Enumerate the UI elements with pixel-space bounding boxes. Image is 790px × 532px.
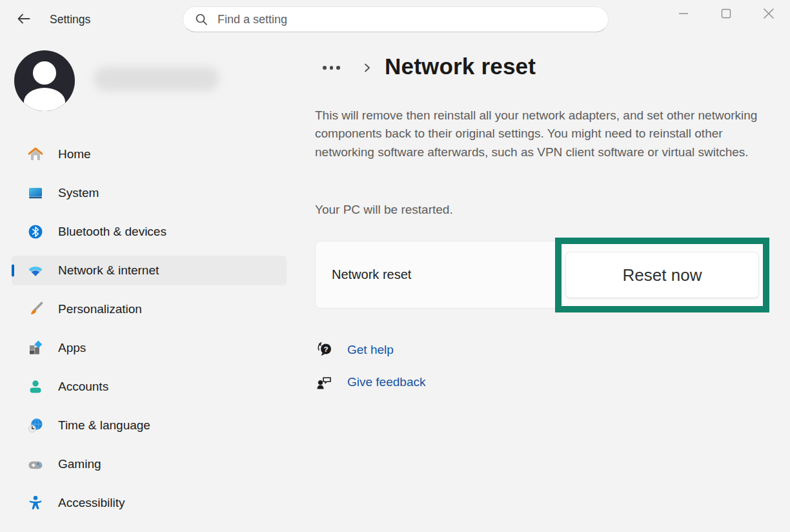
search-box[interactable] <box>183 6 609 32</box>
bluetooth-icon <box>27 223 44 240</box>
selected-accent-bar <box>12 265 14 277</box>
sidebar-item-label: Accessibility <box>58 496 125 510</box>
reset-now-button[interactable]: Reset now <box>565 252 759 298</box>
restart-note: Your PC will be restarted. <box>315 203 453 217</box>
ellipsis-dot <box>336 66 340 70</box>
ellipsis-dot <box>323 66 327 70</box>
sidebar-item-label: Bluetooth & devices <box>58 225 167 239</box>
back-arrow-icon <box>15 10 32 30</box>
page-title: Network reset <box>385 54 536 79</box>
sidebar-item-personalization[interactable]: Personalization <box>12 294 287 324</box>
sidebar-item-network-internet[interactable]: Network & internet <box>12 256 287 285</box>
minimize-button[interactable] <box>662 0 705 30</box>
sidebar-item-system[interactable]: System <box>12 178 287 208</box>
sidebar-item-bluetooth-devices[interactable]: Bluetooth & devices <box>12 217 287 247</box>
maximize-icon <box>721 8 731 21</box>
app-title: Settings <box>50 13 90 26</box>
home-icon <box>27 146 44 163</box>
help-bubble-icon: ? <box>315 340 334 360</box>
sidebar-item-label: System <box>58 186 99 200</box>
give-feedback-link[interactable]: Give feedback <box>347 375 425 389</box>
sidebar-item-time-language[interactable]: Time & language <box>12 411 287 440</box>
maximize-button[interactable] <box>705 0 747 30</box>
page-description: This will remove then reinstall all your… <box>315 107 767 161</box>
chevron-right-icon <box>361 62 373 76</box>
svg-text:?: ? <box>323 345 328 353</box>
sidebar-item-accounts[interactable]: Accounts <box>12 372 287 402</box>
sidebar-item-label: Accounts <box>58 380 108 394</box>
sidebar-item-label: Home <box>58 147 91 161</box>
minimize-icon <box>678 8 689 21</box>
get-help-link[interactable]: Get help <box>347 343 394 357</box>
sidebar-item-label: Network & internet <box>58 263 159 278</box>
avatar[interactable] <box>14 50 75 111</box>
user-name-redacted <box>94 66 219 91</box>
search-icon <box>194 12 208 26</box>
sidebar-item-label: Gaming <box>58 457 101 471</box>
globe-clock-icon <box>27 417 44 434</box>
brush-icon <box>27 301 44 318</box>
avatar-head <box>33 61 56 85</box>
reset-card-label: Network reset <box>332 267 411 282</box>
give-feedback-row[interactable]: Give feedback <box>315 373 425 392</box>
sidebar-nav: Home System Bluetooth & devices <box>12 139 287 527</box>
sidebar-item-home[interactable]: Home <box>12 139 287 169</box>
sidebar-item-label: Time & language <box>58 418 150 433</box>
person-icon <box>27 378 44 395</box>
sidebar-item-apps[interactable]: Apps <box>12 333 287 363</box>
apps-icon <box>27 340 44 356</box>
sidebar-item-label: Personalization <box>58 302 142 316</box>
ellipsis-dot <box>330 66 334 70</box>
close-button[interactable] <box>747 0 790 30</box>
search-input[interactable] <box>208 13 608 26</box>
gamepad-icon <box>27 456 44 473</box>
get-help-row[interactable]: ? Get help <box>315 340 394 360</box>
back-button[interactable] <box>14 10 34 30</box>
accessibility-icon <box>27 495 44 511</box>
avatar-shoulders <box>24 88 65 111</box>
breadcrumb-ellipsis-button[interactable] <box>320 63 343 72</box>
close-icon <box>763 8 775 22</box>
highlight-annotation-box: Reset now <box>555 238 769 312</box>
feedback-person-icon <box>315 373 334 392</box>
system-icon <box>27 185 44 201</box>
window-controls <box>662 0 790 30</box>
wifi-icon <box>27 262 44 279</box>
sidebar-item-accessibility[interactable]: Accessibility <box>12 488 287 518</box>
sidebar-item-label: Apps <box>58 341 86 355</box>
sidebar-item-gaming[interactable]: Gaming <box>12 449 287 479</box>
